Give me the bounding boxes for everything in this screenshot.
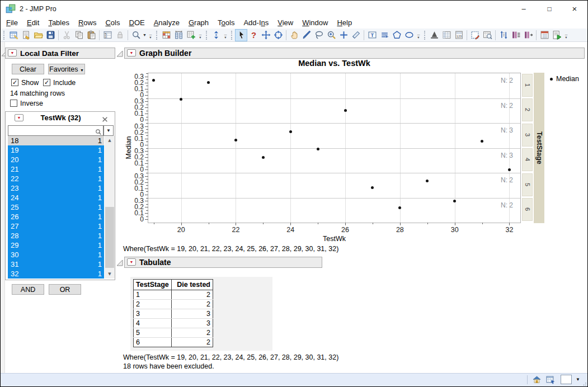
data-point[interactable] xyxy=(152,79,155,82)
polygon-annotate-icon[interactable] xyxy=(391,29,403,41)
filter-value-row[interactable]: 241 xyxy=(8,193,104,202)
menu-doe[interactable]: DOE xyxy=(124,17,149,29)
move-tool-icon[interactable] xyxy=(260,29,272,41)
new-data-table-icon[interactable] xyxy=(7,29,20,41)
data-point[interactable] xyxy=(344,109,347,112)
menu-file[interactable]: File xyxy=(2,17,22,29)
open-icon[interactable] xyxy=(32,29,44,41)
menu-window[interactable]: Window xyxy=(298,17,332,29)
menu-addins[interactable]: Add-Ins xyxy=(239,17,273,29)
filter-value-row[interactable]: 191 xyxy=(8,145,104,155)
data-point[interactable] xyxy=(398,206,401,209)
compare-columns-icon[interactable] xyxy=(172,29,185,41)
field-close-icon[interactable] xyxy=(102,115,108,125)
data-point[interactable] xyxy=(453,200,456,202)
toolbar-grip[interactable] xyxy=(206,31,208,40)
graph-builder-collapse-icon[interactable] xyxy=(116,50,124,60)
and-button[interactable]: AND xyxy=(12,284,44,295)
search-dropdown-button[interactable]: ▼ xyxy=(104,125,114,136)
filter-value-row[interactable]: 291 xyxy=(8,240,104,250)
status-dropdown-icon[interactable]: ▼ xyxy=(574,375,582,384)
toolbar-overflow-icon[interactable]: ─▾ xyxy=(223,33,228,41)
distribution-icon[interactable] xyxy=(428,29,440,41)
close-button[interactable]: × xyxy=(562,1,587,17)
menu-analyze[interactable]: Analyze xyxy=(149,17,184,29)
edit-select-icon[interactable] xyxy=(469,29,481,41)
plot-area[interactable]: 202224262830320.30.20.10N: 20.30.20.10N:… xyxy=(148,73,521,223)
resize-grip-icon[interactable] xyxy=(581,380,587,387)
scrollbar-thumb[interactable] xyxy=(105,207,114,268)
scroll-down-icon[interactable]: ▼ xyxy=(105,270,115,279)
stage-cell[interactable]: 6 xyxy=(522,198,533,221)
cut-icon[interactable] xyxy=(60,29,73,41)
clear-button[interactable]: Clear xyxy=(12,64,44,74)
menu-cols[interactable]: Cols xyxy=(101,17,124,29)
search-icon[interactable] xyxy=(130,29,142,41)
data-point[interactable] xyxy=(508,168,511,171)
copy-icon[interactable] xyxy=(73,29,85,41)
menu-tools[interactable]: Tools xyxy=(213,17,239,29)
lock-icon[interactable] xyxy=(114,29,126,41)
grid-list-icon[interactable] xyxy=(440,29,453,41)
tabulate-red-triangle-icon[interactable]: ▼ xyxy=(127,258,136,266)
menu-graph[interactable]: Graph xyxy=(184,17,213,29)
data-point[interactable] xyxy=(289,130,292,133)
menu-tables[interactable]: Tables xyxy=(44,17,74,29)
filter-value-row[interactable]: 281 xyxy=(8,231,104,240)
data-point[interactable] xyxy=(371,186,374,189)
data-point[interactable] xyxy=(262,156,265,159)
toolbar-grip[interactable] xyxy=(424,31,426,40)
stage-cell[interactable]: 2 xyxy=(522,98,533,121)
toolbar-grip[interactable] xyxy=(231,31,233,40)
data-point[interactable] xyxy=(317,148,319,150)
favorites-button[interactable]: Favorites ▼ xyxy=(48,64,85,74)
save-icon[interactable] xyxy=(44,29,57,41)
filter-value-row[interactable]: 211 xyxy=(8,164,104,174)
or-button[interactable]: OR xyxy=(49,284,81,295)
paste-icon[interactable] xyxy=(85,29,97,41)
minimize-button[interactable]: – xyxy=(511,1,537,17)
filter-value-row[interactable]: 261 xyxy=(8,212,104,221)
zoom-tool-icon[interactable] xyxy=(325,29,337,41)
join-columns-icon[interactable] xyxy=(510,29,522,41)
data-point[interactable] xyxy=(481,140,483,143)
filter-value-row[interactable]: 231 xyxy=(8,183,104,193)
data-point[interactable] xyxy=(426,180,429,182)
colored-table-icon[interactable] xyxy=(160,29,172,41)
data-table-window-icon[interactable]: 50 xyxy=(101,29,114,41)
brush-tool-icon[interactable] xyxy=(300,29,313,41)
calculator-icon[interactable]: 123 xyxy=(453,29,465,41)
home-icon[interactable] xyxy=(532,375,542,386)
target-tool-icon[interactable] xyxy=(272,29,284,41)
toolbar-overflow-icon[interactable]: ─▾ xyxy=(197,33,203,41)
toolbar-overflow-icon[interactable]: ─▾ xyxy=(563,33,569,41)
filter-value-row[interactable]: 181 xyxy=(8,136,104,145)
toolbar-overflow-icon[interactable]: ─▾ xyxy=(416,33,421,41)
inverse-checkbox[interactable] xyxy=(10,100,17,107)
crosshair-tool-icon[interactable] xyxy=(337,29,350,41)
graph-builder-red-triangle-icon[interactable]: ▼ xyxy=(127,49,136,56)
add-table-icon[interactable] xyxy=(185,29,197,41)
eraser-tool-icon[interactable] xyxy=(350,29,362,41)
filter-search-input[interactable] xyxy=(8,125,104,136)
scroll-up-icon[interactable]: ▲ xyxy=(105,136,115,145)
sort-columns-icon[interactable] xyxy=(497,29,510,41)
journal-icon[interactable] xyxy=(20,29,32,41)
menu-help[interactable]: Help xyxy=(332,17,356,29)
help-tool-icon[interactable]: ? xyxy=(247,29,260,41)
menu-view[interactable]: View xyxy=(273,17,298,29)
oval-annotate-icon[interactable] xyxy=(403,29,415,41)
stage-cell[interactable]: 4 xyxy=(522,148,533,171)
filter-value-row[interactable]: 251 xyxy=(8,202,104,212)
window-list-icon[interactable] xyxy=(545,375,556,386)
script-status-box[interactable] xyxy=(561,375,572,384)
include-checkbox[interactable]: ✓ xyxy=(43,79,50,86)
tabulate-collapse-icon[interactable] xyxy=(116,259,124,269)
data-point[interactable] xyxy=(234,139,237,141)
run-script-icon[interactable] xyxy=(551,29,563,41)
hand-tool-icon[interactable] xyxy=(288,29,300,41)
filter-value-row[interactable]: 321 xyxy=(8,269,104,279)
split-columns-icon[interactable] xyxy=(522,29,534,41)
stage-cell[interactable]: 5 xyxy=(522,173,533,196)
stage-cell[interactable]: 1 xyxy=(522,74,533,97)
